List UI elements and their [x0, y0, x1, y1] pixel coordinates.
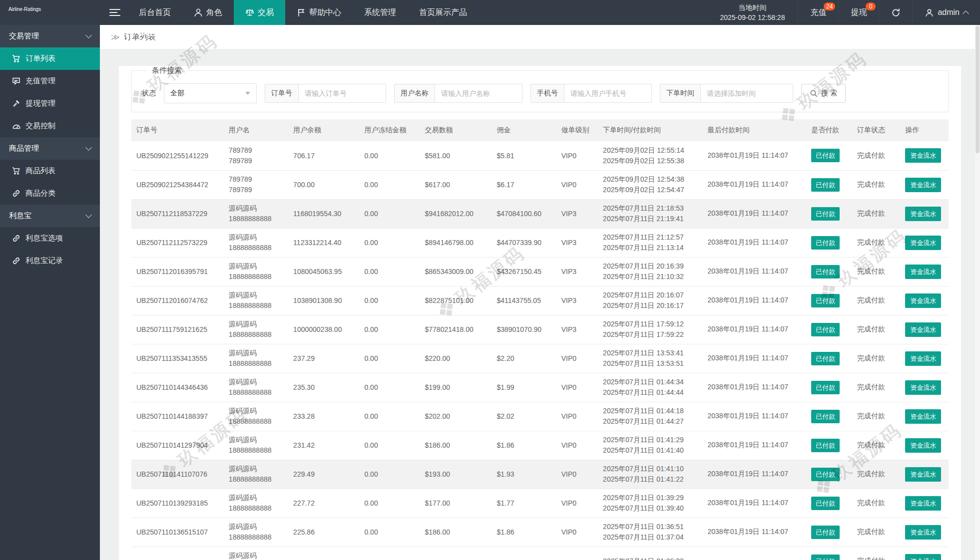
logo-superscript: Airline-Ratings — [8, 6, 41, 12]
order-time-lines: 2025年07月11日 01:39:292025年07月11日 01:39:40 — [603, 493, 697, 514]
link-icon — [12, 189, 20, 198]
order-time-lines: 2025年07月11日 21:18:532025年07月11日 21:19:41 — [603, 203, 697, 224]
fund-flow-button[interactable]: 资金流水 — [905, 207, 941, 221]
cell-order-status: 完成付款 — [852, 228, 901, 257]
cell-paid: 已付款 — [806, 518, 852, 547]
navbar-item[interactable]: 系统管理 — [353, 0, 408, 25]
cell-balance: 235.30 — [288, 373, 359, 402]
navbar-item[interactable]: 交易 — [234, 0, 285, 25]
sidebar-group[interactable]: 利息宝 — [0, 205, 100, 227]
sidebar-item[interactable]: 商品列表 — [0, 160, 100, 182]
search-button[interactable]: 搜 索 — [801, 84, 846, 103]
fund-flow-button[interactable]: 资金流水 — [905, 409, 941, 424]
vertical-scrollbar[interactable] — [975, 25, 980, 560]
navbar-item-label: 系统管理 — [364, 7, 396, 18]
fund-flow-button[interactable]: 资金流水 — [905, 380, 941, 395]
cell-username: 源码源码18888888888 — [224, 257, 288, 286]
sidebar-item[interactable]: 利息宝选项 — [0, 227, 100, 250]
fund-flow-button[interactable]: 资金流水 — [905, 265, 941, 279]
cell-order-id: UB2507110141107076 — [131, 460, 224, 489]
column-header: 佣金 — [491, 119, 556, 141]
sidebar-item[interactable]: 充值管理 — [0, 70, 100, 92]
fund-flow-button[interactable]: 资金流水 — [905, 438, 941, 453]
navbar-item[interactable]: 角色 — [182, 0, 234, 25]
sidebar-item[interactable]: 提现管理 — [0, 92, 100, 115]
cell-last-pay-time — [703, 547, 807, 560]
column-header: 最后付款时间 — [703, 119, 807, 141]
navbar-item[interactable]: 帮助中心 — [285, 0, 353, 25]
cell-order-id: UB2507112016074762 — [131, 286, 224, 315]
cell-action: 资金流水 — [900, 315, 949, 344]
cell-balance: 1038901308.90 — [288, 286, 359, 315]
cell-action: 资金流水 — [900, 344, 949, 373]
fund-flow-button[interactable]: 资金流水 — [905, 148, 941, 163]
fund-flow-button[interactable]: 资金流水 — [905, 236, 941, 250]
cell-level: VIP0 — [556, 373, 598, 402]
navbar-item[interactable]: 首页展示产品 — [408, 0, 479, 25]
fund-flow-button[interactable]: 资金流水 — [905, 322, 941, 337]
user-menu[interactable]: admin — [913, 0, 980, 25]
sidebar-item[interactable]: 利息宝记录 — [0, 250, 100, 272]
table-row: UB2507110141107076源码源码18888888888229.490… — [131, 460, 949, 489]
cell-frozen: 0.00 — [359, 315, 420, 344]
username-lines: 源码源码18888888888 — [229, 464, 283, 485]
cell-amount: $177.00 — [420, 489, 491, 518]
username-lines: 源码源码18888888888 — [229, 551, 283, 560]
username-lines: 源码源码18888888888 — [229, 522, 283, 543]
fund-flow-button[interactable]: 资金流水 — [905, 178, 941, 192]
refresh-button[interactable] — [879, 0, 913, 25]
status-select[interactable]: 全部 — [164, 83, 257, 103]
navbar-item[interactable]: 后台首页 — [127, 0, 182, 25]
cell-paid: 已付款 — [806, 489, 852, 518]
cell-balance: 233.28 — [288, 402, 359, 431]
filter-group: 手机号 — [530, 84, 652, 103]
cell-order-status: 完成付款 — [852, 547, 901, 560]
flag-icon — [297, 8, 306, 17]
sidebar-group[interactable]: 商品管理 — [0, 137, 100, 160]
cell-commission: $2.20 — [491, 344, 556, 373]
cell-order-status: 完成付款 — [852, 489, 901, 518]
cell-frozen: 0.00 — [359, 518, 420, 547]
order-time-lines: 2025年07月11日 01:36:512025年07月11日 01:37:04 — [603, 522, 697, 543]
fund-flow-button[interactable]: 资金流水 — [905, 351, 941, 366]
username-lines: 源码源码18888888888 — [229, 435, 283, 456]
cell-order-status: 完成付款 — [852, 170, 901, 199]
order-time-lines: 2025年07月11日 01:44:342025年07月11日 01:44:44 — [603, 377, 697, 398]
sidebar-label: 交易控制 — [25, 121, 55, 131]
filter-input[interactable] — [700, 84, 793, 103]
username: admin — [938, 8, 960, 17]
person-icon — [194, 8, 203, 17]
scrollbar-thumb[interactable] — [976, 26, 980, 153]
cell-username: 源码源码18888888888 — [224, 199, 288, 228]
filter-input[interactable] — [298, 84, 386, 103]
sidebar-item[interactable]: 订单列表 — [0, 47, 100, 70]
fund-flow-button[interactable]: 资金流水 — [905, 496, 941, 511]
sidebar-item[interactable]: 交易控制 — [0, 115, 100, 137]
fund-flow-button[interactable]: 资金流水 — [905, 525, 941, 540]
order-time-lines: 2025年07月11日 01:41:102025年07月11日 01:41:22 — [603, 464, 697, 485]
fund-flow-button[interactable]: 资金流水 — [905, 293, 941, 308]
cell-order-id: UB2507111353413555 — [131, 344, 224, 373]
cell-action: 资金流水 — [900, 286, 949, 315]
paid-status-badge: 已付款 — [811, 410, 840, 423]
refresh-icon — [891, 8, 901, 17]
column-header: 用户名 — [224, 119, 288, 141]
sidebar-group[interactable]: 交易管理 — [0, 25, 100, 47]
cell-frozen: 0.00 — [359, 228, 420, 257]
paid-status-badge: 已付款 — [811, 497, 840, 510]
fund-flow-button[interactable]: 资金流水 — [905, 554, 941, 560]
paid-status-badge: 已付款 — [811, 468, 840, 481]
cell-last-pay-time: 2038年01月19日 11:14:07 — [703, 141, 807, 170]
local-time-label: 当地时间 — [738, 2, 766, 12]
column-header: 交易数额 — [420, 119, 491, 141]
cell-order-times: 2025年07月11日 21:12:572025年07月11日 21:13:14 — [598, 228, 702, 257]
cell-amount: $186.00 — [420, 518, 491, 547]
filter-input[interactable] — [564, 84, 652, 103]
sidebar-toggle-button[interactable] — [102, 0, 127, 25]
sidebar-item[interactable]: 商品分类 — [0, 182, 100, 205]
recharge-button[interactable]: 充值 24 — [798, 0, 838, 25]
fund-flow-button[interactable]: 资金流水 — [905, 467, 941, 482]
column-header: 订单状态 — [852, 119, 901, 141]
withdraw-button[interactable]: 提现 0 — [838, 0, 879, 25]
filter-input[interactable] — [435, 84, 522, 103]
